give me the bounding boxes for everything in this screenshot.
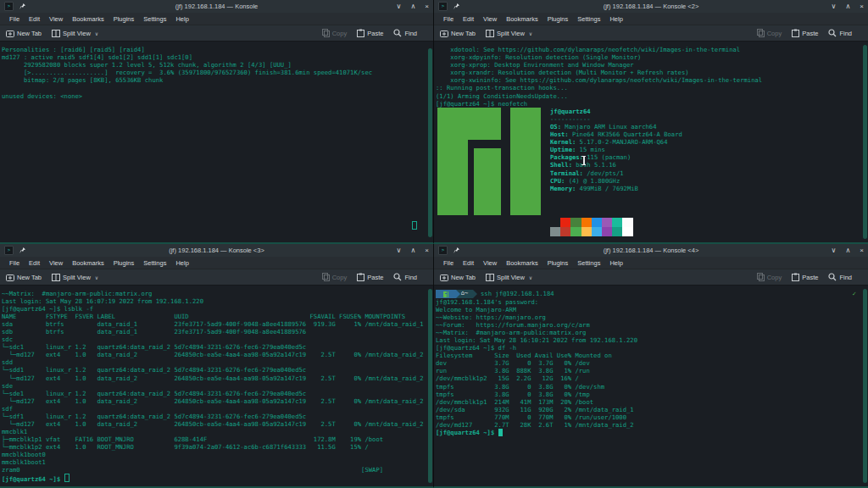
menu-plugins[interactable]: Plugins <box>109 259 139 267</box>
menu-edit[interactable]: Edit <box>25 15 44 23</box>
palette-cell <box>622 218 632 227</box>
menu-edit[interactable]: Edit <box>459 259 478 267</box>
menu-help[interactable]: Help <box>605 15 626 23</box>
menu-settings[interactable]: Settings <box>139 259 170 267</box>
minimize-button[interactable]: ∨ <box>397 247 402 254</box>
konsole-icon[interactable]: > <box>4 246 14 255</box>
terminal-1[interactable]: Personalities : [raid6] [raid5] [raid4] … <box>0 42 433 242</box>
find-button[interactable]: Find <box>393 29 417 37</box>
new-tab-icon <box>6 274 14 281</box>
find-icon <box>828 29 837 37</box>
split-view-icon <box>52 30 60 37</box>
minimize-button[interactable]: ∨ <box>832 247 837 254</box>
maximize-button[interactable]: ∧ <box>410 247 415 254</box>
menu-settings[interactable]: Settings <box>573 15 604 23</box>
window-titlebar[interactable]: > (jf) 192.168.1.184 — Konsole ∨ ∧ × <box>0 0 433 13</box>
menu-settings[interactable]: Settings <box>139 15 170 23</box>
pin-icon[interactable] <box>452 246 461 255</box>
menu-view[interactable]: View <box>45 15 67 23</box>
scrollbar[interactable] <box>863 43 867 241</box>
close-button[interactable]: × <box>425 247 429 254</box>
close-button[interactable]: × <box>425 3 429 10</box>
window-titlebar[interactable]: > (jf) 192.168.1.184 — Konsole <4> ∨ ∧ × <box>434 244 868 257</box>
menu-help[interactable]: Help <box>171 15 192 23</box>
maximize-button[interactable]: ∧ <box>410 3 415 10</box>
menu-plugins[interactable]: Plugins <box>543 15 573 23</box>
close-button[interactable]: × <box>860 247 864 254</box>
command-text: ssh jf@192.168.1.184 <box>481 290 554 297</box>
menu-file[interactable]: File <box>439 259 458 267</box>
split-view-button[interactable]: Split View ∨ <box>52 30 98 37</box>
split-view-button[interactable]: Split View ∨ <box>486 274 532 281</box>
menu-view[interactable]: View <box>479 15 501 23</box>
terminal-3[interactable]: ~~Matrix: #manjaro-arm-public:matrix.org… <box>0 286 433 486</box>
palette-cell <box>622 227 632 236</box>
menu-edit[interactable]: Edit <box>459 15 478 23</box>
split-view-button[interactable]: Split View ∨ <box>486 30 532 37</box>
chevron-down-icon: ∨ <box>529 30 532 36</box>
window-titlebar[interactable]: > (jf) 192.168.1.184 — Konsole <2> ∨ ∧ × <box>434 0 868 13</box>
new-tab-icon <box>440 274 448 281</box>
shell-prompt: [jf@quartz64 ~]$ <box>2 475 64 483</box>
new-tab-button[interactable]: New Tab <box>440 30 476 37</box>
menu-bookmarks[interactable]: Bookmarks <box>502 15 542 23</box>
menu-plugins[interactable]: Plugins <box>543 259 573 267</box>
menu-file[interactable]: File <box>5 15 24 23</box>
scrollbar[interactable] <box>428 43 432 241</box>
copy-button[interactable]: Copy <box>322 273 348 281</box>
copy-button[interactable]: Copy <box>322 29 348 37</box>
neofetch-block: jf@quartz64 ----------- OS: Manjaro ARM … <box>436 108 866 215</box>
prompt-line: [jf@quartz64 ~]$ <box>436 429 866 436</box>
pin-icon[interactable] <box>18 2 27 11</box>
konsole-icon[interactable]: > <box>438 2 448 11</box>
menu-edit[interactable]: Edit <box>25 259 44 267</box>
copy-button[interactable]: Copy <box>757 29 782 37</box>
menu-help[interactable]: Help <box>605 259 626 267</box>
menu-file[interactable]: File <box>439 15 458 23</box>
paste-icon <box>792 273 799 281</box>
minimize-button[interactable]: ∨ <box>832 3 837 10</box>
minimize-button[interactable]: ∨ <box>397 3 402 10</box>
paste-button[interactable]: Paste <box>357 273 383 281</box>
find-button[interactable]: Find <box>828 29 852 37</box>
konsole-icon[interactable]: > <box>4 2 14 11</box>
menu-bookmarks[interactable]: Bookmarks <box>502 259 542 267</box>
find-button[interactable]: Find <box>828 273 852 281</box>
menu-settings[interactable]: Settings <box>573 259 604 267</box>
maximize-button[interactable]: ∧ <box>845 247 850 254</box>
new-tab-button[interactable]: New Tab <box>6 274 42 281</box>
terminal-2[interactable]: xdotool: See https://github.com/dylanara… <box>434 42 868 242</box>
menu-view[interactable]: View <box>479 259 501 267</box>
new-tab-button[interactable]: New Tab <box>6 30 42 37</box>
scrollbar[interactable] <box>863 287 867 485</box>
terminal-cursor <box>412 221 417 230</box>
menu-help[interactable]: Help <box>171 259 192 267</box>
menu-file[interactable]: File <box>5 259 24 267</box>
find-button[interactable]: Find <box>393 273 417 281</box>
copy-button[interactable]: Copy <box>757 273 782 281</box>
paste-button[interactable]: Paste <box>792 273 818 281</box>
palette-cell <box>560 218 570 227</box>
paste-button[interactable]: Paste <box>357 29 383 37</box>
window-titlebar[interactable]: > (jf) 192.168.1.184 — Konsole <3> ∨ ∧ × <box>0 244 433 257</box>
konsole-window-4: > (jf) 192.168.1.184 — Konsole <4> ∨ ∧ ×… <box>434 244 868 488</box>
pin-icon[interactable] <box>452 2 461 11</box>
split-view-icon <box>486 274 494 281</box>
maximize-button[interactable]: ∧ <box>845 3 850 10</box>
new-tab-button[interactable]: New Tab <box>440 274 476 281</box>
menu-view[interactable]: View <box>45 259 67 267</box>
scrollbar[interactable] <box>428 287 432 485</box>
paste-icon <box>357 29 364 37</box>
menu-bookmarks[interactable]: Bookmarks <box>68 259 108 267</box>
konsole-icon[interactable]: > <box>438 246 448 255</box>
menu-plugins[interactable]: Plugins <box>109 15 139 23</box>
neofetch-row: Packages: 115 (pacman) <box>550 153 682 161</box>
close-button[interactable]: × <box>860 3 864 10</box>
terminal-4[interactable]: ⌂~ ssh jf@192.168.1.184 ✓ jf@192.168.1.1… <box>434 286 868 486</box>
find-icon <box>393 29 402 37</box>
powerline-prompt: ⌂~ ssh jf@192.168.1.184 ✓ <box>436 290 866 298</box>
paste-button[interactable]: Paste <box>792 29 818 37</box>
menu-bookmarks[interactable]: Bookmarks <box>68 15 108 23</box>
pin-icon[interactable] <box>18 246 27 255</box>
split-view-button[interactable]: Split View ∨ <box>52 274 98 281</box>
